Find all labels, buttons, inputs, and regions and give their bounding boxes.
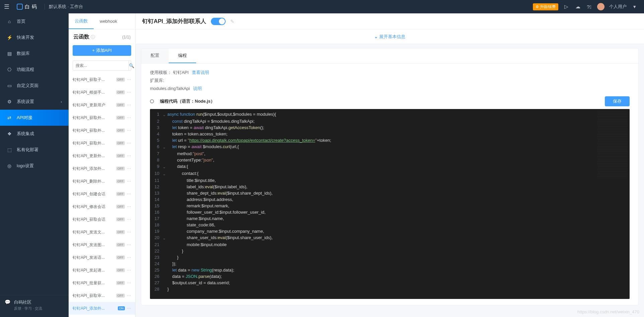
code-line[interactable]: 24 }); [150, 260, 630, 267]
card-tab-编程[interactable]: 编程 [169, 48, 196, 63]
sidebar-item-page[interactable]: ▭自定义页面 [0, 78, 69, 94]
user-label[interactable]: 个人用户 [609, 4, 627, 10]
api-list-item[interactable]: 钉钉API_获取子...OFF⋯ [69, 73, 135, 86]
fold-icon[interactable] [163, 254, 167, 260]
card-tab-配置[interactable]: 配置 [141, 48, 169, 63]
tab-webhook[interactable]: webhook [94, 13, 123, 29]
fold-icon[interactable] [163, 196, 167, 203]
api-list-item[interactable]: 钉钉API_更新外...OFF⋯ [69, 149, 135, 162]
sidebar-item-integrate[interactable]: ❖系统集成 [0, 126, 69, 142]
code-line[interactable]: 12 label_ids:eval($input.label_ids), [150, 184, 630, 190]
code-line[interactable]: 2 const dingTalkApi = $modules.dingTalkA… [150, 118, 630, 124]
api-list-item[interactable]: 钉钉API_获取外...OFF⋯ [69, 124, 135, 137]
fold-icon[interactable]: ⌄ [163, 143, 167, 150]
sidebar-item-logo[interactable]: ◎logo设置 [0, 158, 69, 174]
minimap[interactable] [597, 111, 628, 178]
api-list-item[interactable]: 钉钉API_获取外...OFF⋯ [69, 137, 135, 149]
api-list-item[interactable]: 钉钉API_添加外...on⋯ [69, 302, 135, 315]
fold-icon[interactable] [163, 280, 167, 286]
more-icon[interactable]: ⋯ [127, 115, 131, 120]
code-line[interactable]: 27 $output.user_id = data.userid; [150, 280, 630, 286]
code-line[interactable]: 4 token = token.access_token; [150, 131, 630, 137]
api-list-item[interactable]: 钉钉API_发起请...OFF⋯ [69, 264, 135, 277]
api-list-item[interactable]: 钉钉API_添加外...OFF⋯ [69, 162, 135, 175]
fold-icon[interactable] [163, 241, 167, 248]
edit-icon[interactable]: ✎ [230, 19, 234, 24]
chevron-down-icon[interactable]: ▾ [631, 3, 638, 10]
play-icon[interactable]: ▷ [563, 3, 570, 10]
fold-icon[interactable]: ⌄ [163, 163, 167, 170]
more-icon[interactable]: ⋯ [127, 103, 131, 107]
fold-icon[interactable] [163, 190, 167, 196]
fold-icon[interactable] [163, 177, 167, 184]
search-icon[interactable]: 🔍 [129, 61, 134, 70]
code-line[interactable]: 16 follower_user_id:$input.follower_user… [150, 209, 630, 215]
fold-icon[interactable] [163, 203, 167, 209]
code-line[interactable]: 17 name:$input.name, [150, 215, 630, 222]
code-line[interactable]: 26 data = JSON.parse(data); [150, 273, 630, 280]
expand-info-link[interactable]: 展开基本信息 [374, 34, 405, 39]
fold-icon[interactable] [163, 124, 167, 131]
sidebar-item-db[interactable]: ▤数据库 [0, 45, 69, 62]
breadcrumb[interactable]: 默认系统 · 工作台 [49, 4, 83, 10]
code-editor[interactable]: 1⌄async function run($input,$output,$mod… [150, 109, 630, 299]
more-icon[interactable]: ⋯ [127, 217, 131, 222]
more-icon[interactable]: ⋯ [127, 179, 131, 184]
fold-icon[interactable]: ⌄ [163, 234, 167, 241]
save-button[interactable]: 保存 [605, 96, 630, 106]
api-list-item[interactable]: 钉钉API_创建会话OFF⋯ [69, 188, 135, 200]
more-icon[interactable]: ⋯ [127, 281, 131, 285]
api-list-item[interactable]: 钉钉API_批量获...OFF⋯ [69, 277, 135, 289]
fold-icon[interactable] [163, 137, 167, 143]
sidebar-item-api[interactable]: ⇄API对接 [0, 110, 69, 126]
more-icon[interactable]: ⋯ [127, 255, 131, 260]
tab-云函数[interactable]: 云函数 [69, 13, 94, 29]
cloud-icon[interactable]: ☁ [574, 3, 581, 10]
api-list-item[interactable]: 钉钉API_删除外...OFF⋯ [69, 175, 135, 188]
fold-icon[interactable] [163, 286, 167, 292]
code-line[interactable]: 15 remark:$input.remark, [150, 203, 630, 209]
fold-icon[interactable] [163, 118, 167, 124]
code-line[interactable]: 14 address:$input.address, [150, 196, 630, 203]
code-line[interactable]: 19 company_name:$input.company_name, [150, 228, 630, 234]
api-list-item[interactable]: 钉钉API_发送文...OFF⋯ [69, 226, 135, 238]
sidebar-item-dev[interactable]: ⚡快速开发 [0, 29, 69, 45]
more-icon[interactable]: ⋯ [127, 204, 131, 209]
api-list-item[interactable]: 钉钉API_获取审...OFF⋯ [69, 289, 135, 302]
fold-icon[interactable] [163, 209, 167, 215]
code-line[interactable]: 13 share_dept_ids:eval($input.share_dept… [150, 190, 630, 196]
fold-icon[interactable] [163, 248, 167, 254]
code-line[interactable]: 7 method:"post", [150, 150, 630, 157]
code-line[interactable]: 6⌄ let resp = await $modules.curl(url,{ [150, 143, 630, 150]
code-line[interactable]: 5 let url = "https://oapi.dingtalk.com/t… [150, 137, 630, 143]
help-icon[interactable]: ?⃝ [586, 3, 592, 10]
help-icon[interactable]: ⓘ [91, 34, 95, 40]
more-icon[interactable]: ⋯ [127, 242, 131, 247]
logo[interactable]: 白 码 [13, 4, 41, 10]
more-icon[interactable]: ⋯ [127, 77, 131, 82]
fold-icon[interactable] [163, 157, 167, 163]
fold-icon[interactable]: ⌄ [163, 170, 167, 177]
code-line[interactable]: 21 mobile:$input.mobile [150, 241, 630, 248]
code-line[interactable]: 9⌄ data:{ [150, 163, 630, 170]
code-line[interactable]: 28} [150, 286, 630, 292]
more-icon[interactable]: ⋯ [127, 268, 131, 273]
avatar[interactable] [597, 3, 605, 10]
enable-toggle[interactable] [211, 18, 226, 25]
fold-icon[interactable] [163, 215, 167, 222]
fold-icon[interactable] [163, 228, 167, 234]
fold-icon[interactable] [163, 184, 167, 190]
fold-icon[interactable] [163, 267, 167, 273]
api-list-item[interactable]: 钉钉API_发送图...OFF⋯ [69, 238, 135, 251]
fold-icon[interactable] [163, 222, 167, 228]
code-line[interactable]: 10⌄ contact:{ [150, 170, 630, 177]
code-line[interactable]: 22 } [150, 248, 630, 254]
fold-icon[interactable] [163, 131, 167, 137]
code-line[interactable]: 20⌄ share_user_ids:eval($input.share_use… [150, 234, 630, 241]
more-icon[interactable]: ⋯ [127, 90, 131, 95]
menu-toggle-icon[interactable]: ☰ [0, 3, 13, 10]
api-list-item[interactable]: 钉钉API_更新用户OFF⋯ [69, 99, 135, 111]
sidebar-item-deploy[interactable]: ⬚私有化部署 [0, 142, 69, 158]
code-line[interactable]: 3 let token = await dingTalkApi.getAcces… [150, 124, 630, 131]
sidebar-item-flow[interactable]: ⎔功能流程 [0, 62, 69, 78]
